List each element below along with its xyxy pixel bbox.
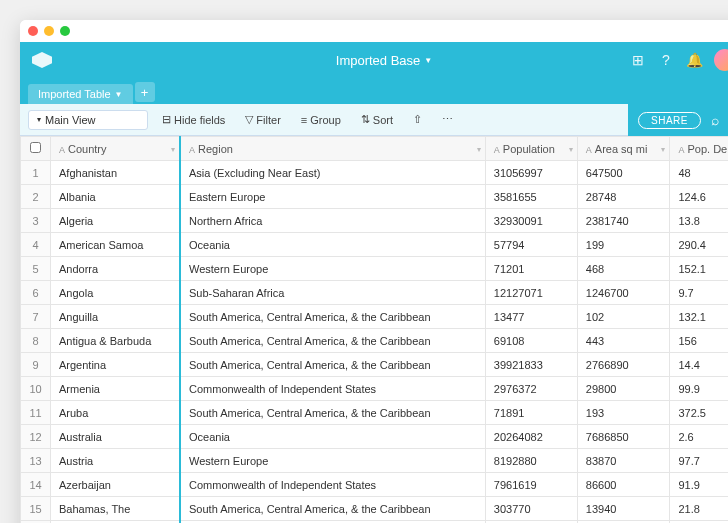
table-row[interactable]: 3AlgeriaNorthern Africa32930091238174013…: [21, 209, 729, 233]
cell-area[interactable]: 102: [577, 305, 670, 329]
cell-region[interactable]: Western Europe: [180, 449, 485, 473]
cell-country[interactable]: Aruba: [51, 401, 181, 425]
cell-population[interactable]: 303770: [485, 497, 577, 521]
table-row[interactable]: 15Bahamas, TheSouth America, Central Ame…: [21, 497, 729, 521]
select-all-checkbox[interactable]: [30, 142, 41, 153]
notifications-icon[interactable]: 🔔: [686, 52, 702, 68]
cell-country[interactable]: Armenia: [51, 377, 181, 401]
cell-region[interactable]: South America, Central America, & the Ca…: [180, 497, 485, 521]
cell-area[interactable]: 443: [577, 329, 670, 353]
cell-country[interactable]: Australia: [51, 425, 181, 449]
cell-area[interactable]: 647500: [577, 161, 670, 185]
cell-area[interactable]: 193: [577, 401, 670, 425]
search-icon[interactable]: ⌕: [711, 112, 719, 128]
cell-region[interactable]: Western Europe: [180, 257, 485, 281]
cell-area[interactable]: 2766890: [577, 353, 670, 377]
row-number[interactable]: 9: [21, 353, 51, 377]
cell-area[interactable]: 1246700: [577, 281, 670, 305]
row-number[interactable]: 5: [21, 257, 51, 281]
cell-area[interactable]: 13940: [577, 497, 670, 521]
cell-region[interactable]: Northern Africa: [180, 209, 485, 233]
chevron-down-icon[interactable]: ▾: [477, 144, 481, 153]
row-number[interactable]: 14: [21, 473, 51, 497]
cell-population[interactable]: 12127071: [485, 281, 577, 305]
help-icon[interactable]: ?: [658, 52, 674, 68]
cell-country[interactable]: Angola: [51, 281, 181, 305]
cell-density[interactable]: 91.9: [670, 473, 728, 497]
cell-country[interactable]: Albania: [51, 185, 181, 209]
cell-density[interactable]: 21.8: [670, 497, 728, 521]
column-header-region[interactable]: ARegion▾: [180, 137, 485, 161]
share-button[interactable]: SHARE: [638, 112, 701, 129]
cell-density[interactable]: 2.6: [670, 425, 728, 449]
group-button[interactable]: ≡ Group: [295, 111, 347, 129]
cell-region[interactable]: South America, Central America, & the Ca…: [180, 401, 485, 425]
cell-country[interactable]: Azerbaijan: [51, 473, 181, 497]
cell-density[interactable]: 9.7: [670, 281, 728, 305]
cell-country[interactable]: Antigua & Barbuda: [51, 329, 181, 353]
column-header-area[interactable]: AArea sq mi▾: [577, 137, 670, 161]
row-number[interactable]: 6: [21, 281, 51, 305]
cell-area[interactable]: 83870: [577, 449, 670, 473]
row-number[interactable]: 10: [21, 377, 51, 401]
chevron-down-icon[interactable]: ▾: [569, 144, 573, 153]
hide-fields-button[interactable]: ⊟ Hide fields: [156, 110, 231, 129]
more-button[interactable]: ⋯: [436, 110, 459, 129]
row-number[interactable]: 15: [21, 497, 51, 521]
cell-density[interactable]: 48: [670, 161, 728, 185]
cell-country[interactable]: Algeria: [51, 209, 181, 233]
cell-area[interactable]: 29800: [577, 377, 670, 401]
cell-area[interactable]: 199: [577, 233, 670, 257]
row-number[interactable]: 7: [21, 305, 51, 329]
user-avatar[interactable]: [714, 49, 728, 71]
cell-country[interactable]: Argentina: [51, 353, 181, 377]
filter-button[interactable]: ▽ Filter: [239, 110, 286, 129]
base-title[interactable]: Imported Base ▼: [336, 53, 432, 68]
cell-country[interactable]: Bahamas, The: [51, 497, 181, 521]
table-row[interactable]: 13AustriaWestern Europe81928808387097.7: [21, 449, 729, 473]
add-table-button[interactable]: +: [135, 82, 155, 102]
cell-region[interactable]: Commonwealth of Independent States: [180, 473, 485, 497]
column-header-density[interactable]: APop. De: [670, 137, 728, 161]
row-number[interactable]: 12: [21, 425, 51, 449]
cell-population[interactable]: 20264082: [485, 425, 577, 449]
table-row[interactable]: 14AzerbaijanCommonwealth of Independent …: [21, 473, 729, 497]
sort-button[interactable]: ⇅ Sort: [355, 110, 399, 129]
cell-density[interactable]: 99.9: [670, 377, 728, 401]
cell-country[interactable]: Afghanistan: [51, 161, 181, 185]
cell-region[interactable]: Commonwealth of Independent States: [180, 377, 485, 401]
table-row[interactable]: 2AlbaniaEastern Europe358165528748124.6: [21, 185, 729, 209]
cell-region[interactable]: South America, Central America, & the Ca…: [180, 353, 485, 377]
cell-density[interactable]: 14.4: [670, 353, 728, 377]
cell-population[interactable]: 71201: [485, 257, 577, 281]
row-number[interactable]: 4: [21, 233, 51, 257]
cell-density[interactable]: 132.1: [670, 305, 728, 329]
apps-grid-icon[interactable]: ⊞: [630, 52, 646, 68]
cell-population[interactable]: 32930091: [485, 209, 577, 233]
table-row[interactable]: 1AfghanistanAsia (Excluding Near East)31…: [21, 161, 729, 185]
row-number[interactable]: 3: [21, 209, 51, 233]
view-switcher[interactable]: ▾ Main View: [28, 110, 148, 130]
cell-population[interactable]: 57794: [485, 233, 577, 257]
table-tab[interactable]: Imported Table ▼: [28, 84, 133, 104]
cell-population[interactable]: 13477: [485, 305, 577, 329]
cell-area[interactable]: 468: [577, 257, 670, 281]
cell-country[interactable]: Austria: [51, 449, 181, 473]
cell-density[interactable]: 97.7: [670, 449, 728, 473]
cell-area[interactable]: 7686850: [577, 425, 670, 449]
window-minimize-button[interactable]: [44, 26, 54, 36]
cell-population[interactable]: 71891: [485, 401, 577, 425]
table-row[interactable]: 4American SamoaOceania57794199290.4: [21, 233, 729, 257]
cell-country[interactable]: Andorra: [51, 257, 181, 281]
cell-region[interactable]: Asia (Excluding Near East): [180, 161, 485, 185]
table-row[interactable]: 8Antigua & BarbudaSouth America, Central…: [21, 329, 729, 353]
cell-density[interactable]: 156: [670, 329, 728, 353]
chevron-down-icon[interactable]: ▾: [171, 144, 175, 153]
row-number[interactable]: 13: [21, 449, 51, 473]
cell-region[interactable]: South America, Central America, & the Ca…: [180, 329, 485, 353]
column-header-country[interactable]: ACountry▾: [51, 137, 181, 161]
cell-area[interactable]: 86600: [577, 473, 670, 497]
cell-population[interactable]: 8192880: [485, 449, 577, 473]
cell-density[interactable]: 13.8: [670, 209, 728, 233]
cell-density[interactable]: 372.5: [670, 401, 728, 425]
